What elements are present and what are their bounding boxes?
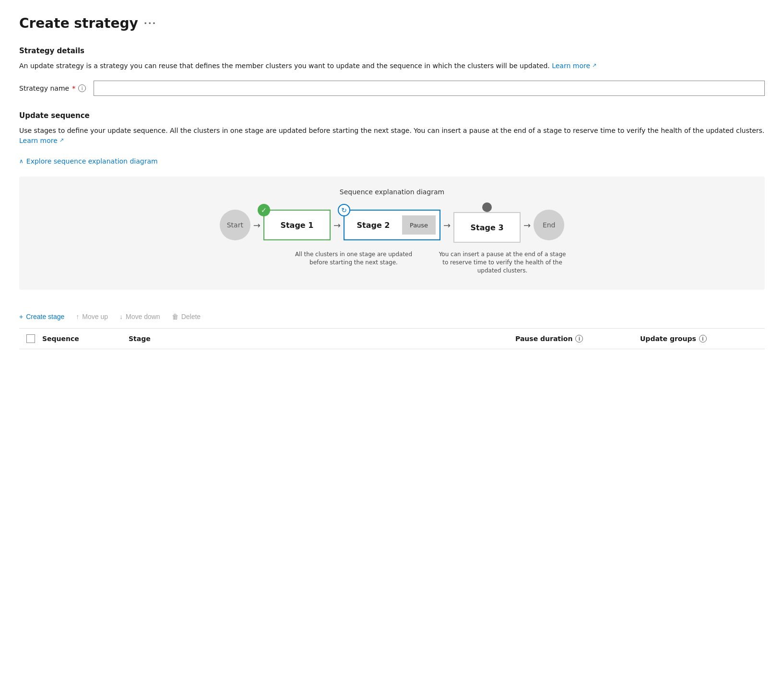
strategy-name-input[interactable] bbox=[94, 81, 765, 96]
stage3-node: Stage 3 bbox=[453, 207, 521, 243]
table-header: Sequence Stage Pause duration i Update g… bbox=[19, 329, 765, 349]
pause-box: Pause bbox=[402, 215, 436, 235]
start-node: Start bbox=[220, 210, 250, 240]
stage1-node: ✓ Stage 1 bbox=[263, 210, 331, 240]
start-circle: Start bbox=[220, 210, 250, 240]
plus-icon: + bbox=[19, 313, 23, 320]
delete-button[interactable]: 🗑 Delete bbox=[172, 311, 201, 322]
update-sequence-description: Use stages to define your update sequenc… bbox=[19, 126, 765, 146]
trash-icon: 🗑 bbox=[172, 313, 178, 320]
diagram-labels: All the clusters in one stage are update… bbox=[35, 250, 749, 274]
move-down-button[interactable]: ↓ Move down bbox=[119, 311, 160, 322]
create-stage-button[interactable]: + Create stage bbox=[19, 311, 64, 322]
select-all-checkbox[interactable] bbox=[26, 334, 35, 343]
diagram-flow: Start → ✓ Stage 1 → ↻ Stage 2 Pause → bbox=[35, 207, 749, 243]
strategy-name-label: Strategy name * i bbox=[19, 84, 86, 92]
strategy-details-learn-more[interactable]: Learn more ↗ bbox=[552, 61, 596, 71]
pause-duration-info-icon[interactable]: i bbox=[575, 335, 583, 343]
page-header: Create strategy ··· bbox=[19, 15, 765, 31]
update-sequence-learn-more[interactable]: Learn more ↗ bbox=[19, 136, 64, 146]
stage3-dot bbox=[482, 202, 492, 212]
stage-toolbar: + Create stage ↑ Move up ↓ Move down 🗑 D… bbox=[19, 305, 765, 329]
page-title: Create strategy bbox=[19, 15, 138, 31]
end-node: End bbox=[534, 210, 564, 240]
more-options-icon[interactable]: ··· bbox=[144, 18, 157, 28]
sequence-diagram-container: Sequence explanation diagram Start → ✓ S… bbox=[19, 177, 765, 290]
arrow-up-icon: ↑ bbox=[76, 313, 79, 320]
strategy-details-description: An update strategy is a strategy you can… bbox=[19, 61, 765, 71]
strategy-details-title: Strategy details bbox=[19, 47, 765, 55]
expand-diagram-link[interactable]: ∧ Explore sequence explanation diagram bbox=[19, 157, 158, 165]
stage1-box: ✓ Stage 1 bbox=[263, 210, 331, 240]
arrow-2: → bbox=[331, 220, 344, 230]
arrow-4: → bbox=[521, 220, 534, 230]
arrow-down-icon: ↓ bbox=[119, 313, 123, 320]
strategy-details-section: Strategy details An update strategy is a… bbox=[19, 47, 765, 96]
diagram-title: Sequence explanation diagram bbox=[35, 188, 749, 196]
update-col-header: Update groups i bbox=[640, 335, 765, 343]
strategy-name-info-icon[interactable]: i bbox=[78, 84, 86, 92]
update-groups-info-icon[interactable]: i bbox=[699, 335, 707, 343]
external-link-icon-2: ↗ bbox=[59, 137, 64, 145]
update-sequence-section: Update sequence Use stages to define you… bbox=[19, 111, 765, 349]
required-indicator: * bbox=[72, 84, 75, 92]
header-checkbox-col bbox=[19, 334, 42, 343]
diagram-label-right: You can insert a pause at the end of a s… bbox=[435, 250, 570, 274]
stage2-and-pause-box: ↻ Stage 2 Pause bbox=[344, 210, 440, 240]
stage-col-header: Stage bbox=[129, 335, 515, 343]
pause-col-header: Pause duration i bbox=[515, 335, 640, 343]
chevron-up-icon: ∧ bbox=[19, 158, 24, 165]
stage2-label: Stage 2 bbox=[344, 211, 402, 239]
move-up-button[interactable]: ↑ Move up bbox=[76, 311, 108, 322]
stage2-node: ↻ Stage 2 Pause bbox=[344, 210, 440, 240]
diagram-label-left: All the clusters in one stage are update… bbox=[291, 250, 416, 274]
update-sequence-title: Update sequence bbox=[19, 111, 765, 120]
end-circle: End bbox=[534, 210, 564, 240]
stage2-refresh-icon: ↻ bbox=[338, 204, 350, 216]
stage3-box: Stage 3 bbox=[453, 212, 521, 243]
arrow-3: → bbox=[440, 220, 453, 230]
sequence-col-header: Sequence bbox=[42, 335, 129, 343]
arrow-1: → bbox=[250, 220, 263, 230]
stage1-check-icon: ✓ bbox=[258, 204, 270, 216]
strategy-name-field-row: Strategy name * i bbox=[19, 81, 765, 96]
external-link-icon: ↗ bbox=[592, 62, 596, 70]
